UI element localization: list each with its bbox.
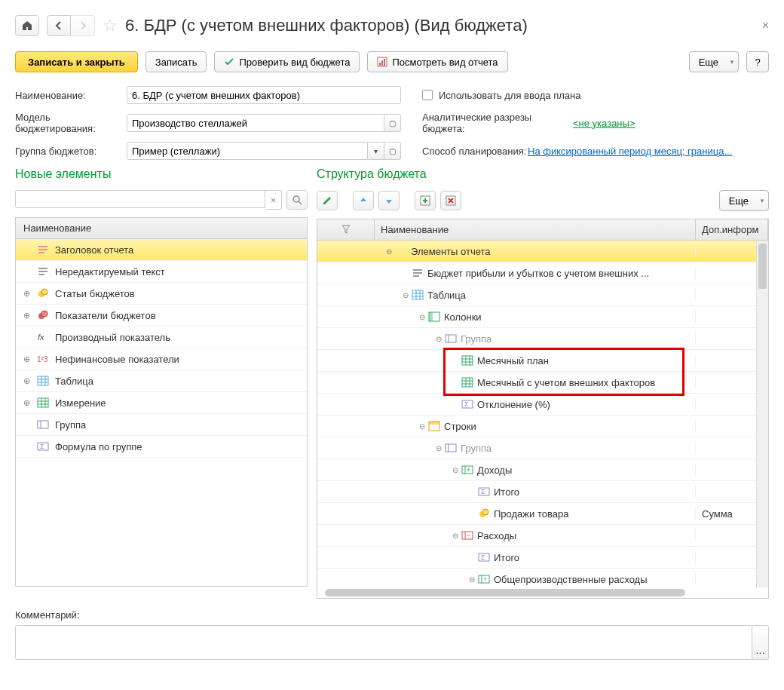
expand-toggle[interactable]: ⊖ <box>384 247 394 256</box>
vertical-scrollbar[interactable] <box>756 241 768 587</box>
expand-toggle[interactable]: ⊖ <box>450 532 461 540</box>
struct-tree-row[interactable]: Бюджет прибыли и убытков с учетом внешни… <box>317 262 768 284</box>
struct-tree-row[interactable]: ⊖Таблица <box>317 284 768 306</box>
move-up-button[interactable] <box>353 191 374 210</box>
help-button[interactable]: ? <box>746 51 769 72</box>
expand-toggle[interactable]: ⊖ <box>433 335 444 343</box>
row-label: Строки <box>444 421 695 432</box>
use-for-plan-checkbox[interactable] <box>422 90 433 100</box>
more-button[interactable]: Еще <box>689 51 739 72</box>
expand-toggle[interactable]: ⊕ <box>23 376 35 386</box>
struct-tree-row[interactable]: ⊖Группа <box>317 328 768 350</box>
svg-rect-18 <box>38 398 48 407</box>
svg-rect-25 <box>413 272 422 274</box>
struct-tree-row[interactable]: ⊖Элементы отчета <box>317 241 768 262</box>
col3-header: Доп.информ <box>696 219 768 240</box>
left-tree-item[interactable]: ⊕Измерение <box>16 392 307 414</box>
struct-tree-row[interactable]: ⊖+Доходы <box>317 459 768 481</box>
expand-toggle[interactable]: ⊕ <box>23 398 35 408</box>
svg-point-14 <box>41 311 47 317</box>
svg-text:1²3: 1²3 <box>37 355 48 363</box>
row-label: Расходы <box>477 530 695 541</box>
struct-tree-row[interactable]: ΣИтого <box>317 547 768 569</box>
view-report-button[interactable]: Посмотреть вид отчета <box>367 51 507 72</box>
svg-rect-29 <box>429 312 433 321</box>
save-and-close-button[interactable]: Записать и закрыть <box>15 51 138 72</box>
table-icon <box>35 375 51 387</box>
struct-tree-row[interactable]: ΣОтклонение (%) <box>317 394 768 416</box>
search-button[interactable] <box>286 190 308 210</box>
left-tree-item[interactable]: ΣФормула по группе <box>16 436 307 458</box>
expand-toggle[interactable]: ⊕ <box>23 289 35 299</box>
struct-tree-row[interactable]: ΣИтого <box>317 481 768 503</box>
struct-tree-row[interactable]: ⊖Колонки <box>317 306 768 328</box>
table-icon <box>411 289 424 301</box>
expand-toggle[interactable]: ⊖ <box>417 313 427 321</box>
search-clear-button[interactable]: × <box>265 190 282 210</box>
item-label: Показатели бюджетов <box>55 310 307 321</box>
left-tree-item[interactable]: ⊕1²3Нефинансовые показатели <box>16 348 307 370</box>
struct-tree-row[interactable]: ⊖−Расходы <box>317 525 768 547</box>
expand-toggle[interactable]: ⊕ <box>23 311 35 320</box>
add-col-button[interactable] <box>415 191 436 210</box>
struct-tree-row[interactable]: Месячный с учетом внешних факторов <box>317 372 768 394</box>
expand-toggle[interactable]: ⊖ <box>400 291 411 299</box>
comment-expand-button[interactable]: … <box>752 625 769 660</box>
model-open-button[interactable]: ▢ <box>384 114 401 132</box>
group-dropdown-button[interactable]: ▾ <box>368 142 384 160</box>
struct-tree-row[interactable]: Месячный план <box>317 350 768 372</box>
close-button[interactable]: × <box>762 19 769 32</box>
nav-back-button[interactable] <box>47 15 71 36</box>
left-tree-item[interactable]: Нередактируемый текст <box>16 261 307 283</box>
nav-forward-button[interactable] <box>71 15 95 36</box>
text-icon <box>411 267 424 279</box>
struct-tree-row[interactable]: ⊖Группа <box>317 437 768 459</box>
struct-tree-row[interactable]: ⊖+Общепроизводственные расходы <box>317 569 768 587</box>
save-button[interactable]: Записать <box>145 51 207 72</box>
left-tree-item[interactable]: fxПроизводный показатель <box>16 327 307 348</box>
del-col-button[interactable] <box>440 191 461 210</box>
expand-toggle[interactable]: ⊖ <box>433 444 444 452</box>
svg-rect-31 <box>462 356 473 365</box>
horizontal-scrollbar[interactable] <box>325 589 685 596</box>
item-label: Группа <box>55 419 307 431</box>
item-label: Заголовок отчета <box>55 244 307 256</box>
svg-rect-9 <box>38 271 47 272</box>
move-down-button[interactable] <box>378 191 400 210</box>
group-open-button[interactable]: ▢ <box>384 142 401 160</box>
search-input[interactable] <box>15 190 265 208</box>
svg-text:Σ: Σ <box>464 400 469 408</box>
group-icon <box>35 419 51 431</box>
left-tree-item[interactable]: Группа <box>16 414 307 436</box>
left-tree-item[interactable]: ⊕Таблица <box>16 370 307 392</box>
group-input[interactable] <box>127 142 368 160</box>
name-input[interactable] <box>127 86 401 104</box>
planning-label: Способ планирования: <box>422 146 528 157</box>
comment-textarea[interactable] <box>15 625 752 660</box>
expand-toggle[interactable]: ⊖ <box>450 466 461 474</box>
expand-toggle[interactable]: ⊕ <box>23 354 35 364</box>
expand-toggle[interactable]: ⊖ <box>417 422 427 431</box>
report-icon <box>377 57 387 67</box>
header-icon <box>35 244 51 256</box>
expand-toggle[interactable]: ⊖ <box>467 575 477 584</box>
svg-rect-32 <box>462 378 473 387</box>
check-budget-button[interactable]: Проверить вид бюджета <box>214 51 360 72</box>
left-tree-item[interactable]: ⊕Показатели бюджетов <box>16 305 307 327</box>
svg-point-43 <box>482 509 488 515</box>
right-more-button[interactable]: Еще <box>719 190 769 211</box>
struct-tree-row[interactable]: ⊖Строки <box>317 416 768 437</box>
struct-tree-row[interactable]: Продажи товараСумма <box>317 503 768 525</box>
formula-icon: Σ <box>461 398 474 410</box>
coins-icon <box>477 508 491 520</box>
svg-rect-3 <box>384 59 385 66</box>
home-button[interactable] <box>15 15 39 36</box>
svg-rect-27 <box>412 290 423 299</box>
planning-link[interactable]: На фиксированный период месяц; граница..… <box>528 146 732 157</box>
left-tree-item[interactable]: Заголовок отчета <box>16 239 307 261</box>
model-input[interactable] <box>127 114 384 132</box>
left-tree-item[interactable]: ⊕Статьи бюджетов <box>16 283 307 305</box>
edit-button[interactable] <box>317 191 338 210</box>
analytics-link[interactable]: <не указаны> <box>573 118 635 129</box>
favorite-star-icon[interactable]: ☆ <box>103 16 118 35</box>
